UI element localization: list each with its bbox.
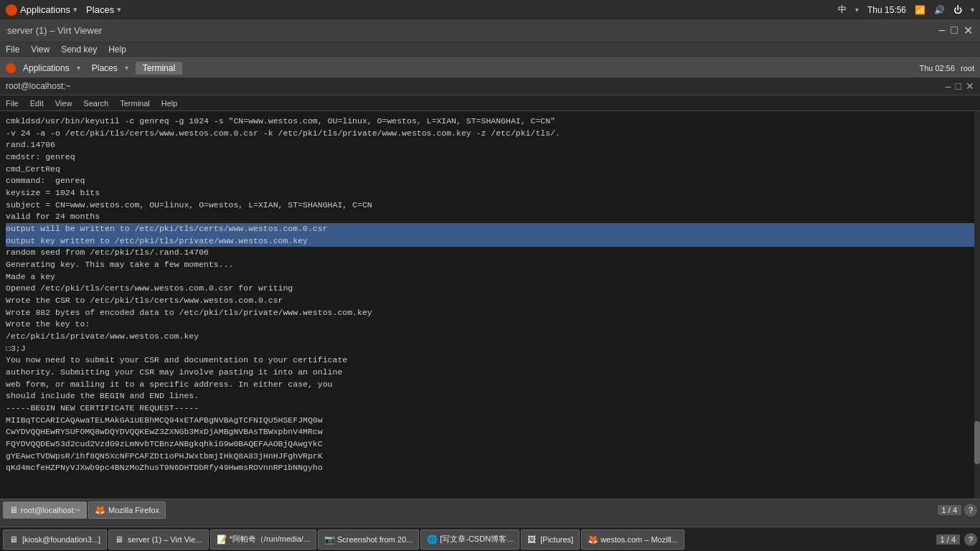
system-bar-right: 中 ▾ Thu 15:56 📶 🔊 ⏻ ▾ [838, 4, 974, 16]
vm-taskbar-left: 🖥 root@localhost:~ 🦊 Mozilla Firefox [3, 501, 166, 519]
virt-icon: 🖥 [115, 534, 125, 545]
vm-places-menu[interactable]: Places [92, 63, 118, 73]
terminal-line: gYEAwcTVDWpsR/1hf8QN5XcNFPCAFZDt1oPHJWxt… [6, 451, 974, 463]
terminal-line: Wrote the key to: [6, 319, 974, 331]
terminal-line: should include the BEGIN and END lines. [6, 390, 974, 402]
terminal-line: valid for 24 months [6, 211, 974, 223]
os-task-kiosk[interactable]: 🖥 [kiosk@foundation3...] [3, 529, 107, 550]
term-maximize-btn[interactable]: □ [956, 80, 961, 92]
close-button[interactable]: ✕ [963, 24, 973, 37]
terminal-titlebar: root@localhost:~ – □ ✕ [0, 77, 980, 95]
terminal-line: MIIBqTCCARICAQAwaTELMAkGA1UEBhMCQ94xETAP… [6, 415, 974, 427]
terminal-scrollbar[interactable] [974, 111, 980, 499]
os-task-terminal2-label: *阿帕奇（/run/media/... [230, 534, 310, 545]
volume-icon: 🔊 [934, 5, 945, 15]
os-task-kiosk-label: [kiosk@foundation3...] [22, 535, 100, 544]
menu-send-key[interactable]: Send key [61, 44, 97, 55]
os-task-virt[interactable]: 🖥 server (1) – Virt Vie... [108, 529, 209, 550]
vm-task-firefox[interactable]: 🦊 Mozilla Firefox [88, 501, 166, 519]
menu-help[interactable]: Help [108, 44, 126, 55]
vm-user: root [961, 64, 974, 72]
wifi-icon: 📶 [915, 5, 925, 15]
minimize-button[interactable]: – [938, 24, 945, 37]
terminal-window: root@localhost:~ – □ ✕ File Edit View Se… [0, 77, 980, 499]
os-pager[interactable]: 1 / 4 [936, 534, 960, 545]
terminal-line: Opened /etc/pki/tls/certs/www.westos.com… [6, 283, 974, 295]
input-method[interactable]: 中 [838, 4, 847, 16]
places-menu[interactable]: Places [86, 4, 114, 15]
os-task-right: 1 / 4 ? [936, 533, 977, 546]
terminal-line: Wrote 882 bytes of encoded data to /etc/… [6, 307, 974, 319]
os-task-pictures-label: [Pictures] [540, 535, 573, 544]
terminal-line: CwYDVQQHEwRYSUFOMQ8wDQYDVQQKEwZ3ZXNGb3Mx… [6, 426, 974, 438]
firefox2-icon: 🦊 [588, 534, 598, 545]
clock: Thu 15:56 [867, 5, 906, 15]
vm-help-icon[interactable]: ? [964, 504, 977, 517]
term-menu-edit[interactable]: Edit [30, 99, 44, 108]
term-menu-terminal[interactable]: Terminal [120, 99, 150, 108]
os-task-screenshot-label: Screenshot from 20... [337, 535, 413, 544]
os-task-left: 🖥 [kiosk@foundation3...] 🖥 server (1) – … [3, 529, 684, 550]
vm-pager[interactable]: 1 / 4 [938, 505, 961, 515]
term-menu-search[interactable]: Search [83, 99, 108, 108]
vm-applications-menu[interactable]: Applications [23, 63, 70, 73]
vm-taskbar-right: 1 / 4 ? [938, 504, 977, 517]
os-task-firefox2-label: westos.com – Mozill... [600, 535, 678, 544]
term-minimize-btn[interactable]: – [946, 80, 951, 92]
os-task-blog-label: [写文章-CSDN博客... [440, 534, 513, 545]
os-help-icon[interactable]: ? [964, 533, 977, 546]
terminal-line: Wrote the CSR to /etc/pki/tls/certs/www.… [6, 295, 974, 307]
maximize-button[interactable]: □ [951, 24, 958, 37]
terminal-line: /etc/pki/tls/private/www.westos.com.key [6, 331, 974, 343]
terminal-line: cmd_CertReq [6, 164, 974, 176]
terminal-line: subject = CN=www.westos.com, OU=linux, O… [6, 199, 974, 212]
menu-view[interactable]: View [31, 44, 50, 55]
terminal-scrollbar-thumb[interactable] [974, 421, 980, 464]
os-task-blog[interactable]: 🌐 [写文章-CSDN博客... [420, 529, 519, 550]
terminal-line: cmkldsd/usr/bin/keyutil -c genreq -g 102… [6, 116, 974, 128]
vm-places-arrow: ▾ [125, 64, 128, 72]
power-arrow: ▾ [971, 6, 974, 14]
terminal-line: random seed from /etc/pki/tls/.rand.1470… [6, 247, 974, 259]
app-icon [6, 4, 17, 16]
os-task-pictures[interactable]: 🖼 [Pictures] [521, 529, 580, 550]
screenshot-icon: 📷 [324, 534, 334, 545]
terminal-tab[interactable]: Terminal [136, 62, 182, 75]
vm-app-arrow: ▾ [77, 64, 80, 72]
terminal-line: command: genreq [6, 175, 974, 187]
virt-viewer-title: server (1) – Virt Viewer [7, 25, 102, 36]
arrow-icon: ▾ [73, 5, 77, 14]
vm-taskbar: 🖥 root@localhost:~ 🦊 Mozilla Firefox 1 /… [0, 499, 980, 520]
input-arrow: ▾ [855, 6, 859, 14]
vm-app-dot [6, 63, 16, 73]
terminal-lines: cmkldsd/usr/bin/keyutil -c genreq -g 102… [6, 116, 974, 474]
term-menu-view[interactable]: View [55, 99, 72, 108]
terminal-content[interactable]: cmkldsd/usr/bin/keyutil -c genreq -g 102… [0, 111, 980, 499]
os-task-virt-label: server (1) – Virt Vie... [128, 535, 202, 544]
term-close-btn[interactable]: ✕ [966, 80, 974, 92]
vm-bar-left: Applications ▾ Places ▾ Terminal [6, 62, 182, 75]
os-task-terminal2[interactable]: 📝 *阿帕奇（/run/media/... [210, 529, 316, 550]
term-menu-file[interactable]: File [6, 99, 19, 108]
terminal-line: output will be written to /etc/pki/tls/c… [6, 223, 974, 235]
terminal2-icon: 📝 [217, 534, 227, 545]
term-menu-help[interactable]: Help [161, 99, 178, 108]
terminal-line: authority. Submitting your CSR may invol… [6, 367, 974, 379]
terminal-line: Made a key [6, 271, 974, 283]
terminal-line: -v 24 -a -o /etc/pki/tls/certs/www.westo… [6, 128, 974, 140]
pictures-icon: 🖼 [527, 534, 537, 545]
places-arrow-icon: ▾ [117, 5, 121, 14]
menu-file[interactable]: File [6, 44, 19, 55]
applications-menu[interactable]: Applications [20, 4, 70, 15]
power-icon[interactable]: ⏻ [953, 5, 962, 15]
vm-bar-right: Thu 02:56 root [919, 64, 974, 72]
vm-task-firefox-icon: 🦊 [95, 505, 105, 515]
vm-task-firefox-label: Mozilla Firefox [108, 506, 159, 514]
terminal-title: root@localhost:~ [6, 81, 71, 91]
terminal-line: cmdstr: genreq [6, 151, 974, 164]
os-task-firefox2[interactable]: 🦊 westos.com – Mozill... [581, 529, 684, 550]
os-task-screenshot[interactable]: 📷 Screenshot from 20... [318, 529, 419, 550]
terminal-menu: File Edit View Search Terminal Help [0, 95, 980, 111]
terminal-line: keysize = 1024 bits [6, 187, 974, 199]
vm-task-terminal[interactable]: 🖥 root@localhost:~ [3, 501, 87, 519]
